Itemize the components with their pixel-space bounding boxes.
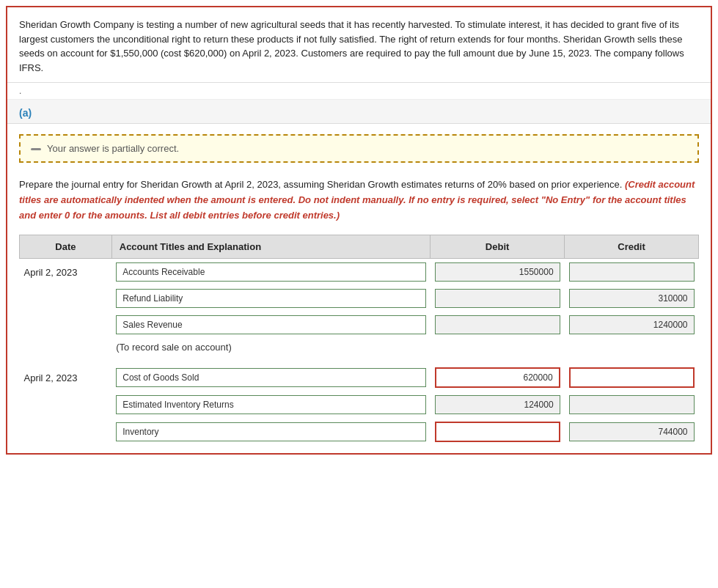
debit-input[interactable] — [435, 422, 560, 442]
col-account: Account Titles and Explanation — [111, 235, 430, 259]
note-row: (To record sale on account) — [20, 338, 699, 356]
debit-cell[interactable] — [431, 392, 565, 418]
credit-input[interactable] — [569, 315, 695, 334]
section-a-block: (a) — [7, 100, 711, 124]
credit-cell[interactable] — [565, 285, 699, 312]
account-input[interactable] — [116, 262, 425, 282]
account-title-cell[interactable] — [111, 312, 430, 338]
date-cell — [20, 418, 112, 446]
feedback-text: Your answer is partially correct. — [47, 143, 179, 154]
debit-cell[interactable] — [431, 364, 565, 392]
account-title-cell[interactable] — [111, 364, 430, 392]
instructions-main: Prepare the journal entry for Sheridan G… — [19, 179, 622, 190]
date-cell — [20, 312, 112, 338]
table-row — [20, 285, 699, 312]
credit-cell[interactable] — [565, 364, 699, 392]
account-input[interactable] — [116, 315, 425, 334]
credit-input[interactable] — [569, 262, 695, 282]
problem-text-block: Sheridan Growth Company is testing a num… — [7, 7, 711, 83]
account-input[interactable] — [116, 368, 425, 387]
table-row — [20, 392, 699, 418]
credit-input[interactable] — [569, 395, 695, 414]
credit-cell[interactable] — [565, 259, 699, 286]
spacer-row — [20, 356, 699, 364]
table-row — [20, 312, 699, 338]
instructions-block: Prepare the journal entry for Sheridan G… — [7, 170, 711, 227]
account-title-cell[interactable] — [111, 418, 430, 446]
debit-cell[interactable] — [431, 418, 565, 446]
account-title-cell[interactable] — [111, 392, 430, 418]
credit-cell[interactable] — [565, 392, 699, 418]
col-credit: Credit — [565, 235, 699, 259]
credit-input[interactable] — [569, 367, 695, 388]
account-input[interactable] — [116, 422, 425, 441]
minus-icon — [31, 148, 41, 150]
table-row — [20, 418, 699, 446]
note-text: (To record sale on account) — [111, 338, 698, 356]
table-row: April 2, 2023 — [20, 364, 699, 392]
account-title-cell[interactable] — [111, 259, 430, 286]
credit-input[interactable] — [569, 289, 695, 308]
problem-text: Sheridan Growth Company is testing a num… — [19, 19, 684, 73]
debit-input[interactable] — [435, 315, 560, 334]
credit-cell[interactable] — [565, 312, 699, 338]
debit-cell[interactable] — [431, 312, 565, 338]
account-title-cell[interactable] — [111, 285, 430, 312]
debit-input[interactable] — [435, 289, 560, 308]
outer-container: Sheridan Growth Company is testing a num… — [6, 6, 712, 455]
debit-input[interactable] — [435, 262, 560, 282]
col-date: Date — [20, 235, 112, 259]
dot-separator: . — [7, 83, 711, 100]
date-cell: April 2, 2023 — [20, 364, 112, 392]
account-input[interactable] — [116, 395, 425, 414]
table-row: April 2, 2023 — [20, 259, 699, 286]
date-cell: April 2, 2023 — [20, 259, 112, 286]
debit-cell[interactable] — [431, 285, 565, 312]
journal-table: Date Account Titles and Explanation Debi… — [19, 235, 699, 446]
section-a-label: (a) — [19, 107, 32, 119]
debit-input[interactable] — [435, 395, 560, 414]
date-cell — [20, 392, 112, 418]
col-debit: Debit — [431, 235, 565, 259]
feedback-box: Your answer is partially correct. — [19, 134, 699, 163]
date-cell — [20, 285, 112, 312]
credit-cell[interactable] — [565, 418, 699, 446]
credit-input[interactable] — [569, 422, 695, 441]
debit-input[interactable] — [435, 367, 560, 388]
debit-cell[interactable] — [431, 259, 565, 286]
account-input[interactable] — [116, 289, 425, 308]
